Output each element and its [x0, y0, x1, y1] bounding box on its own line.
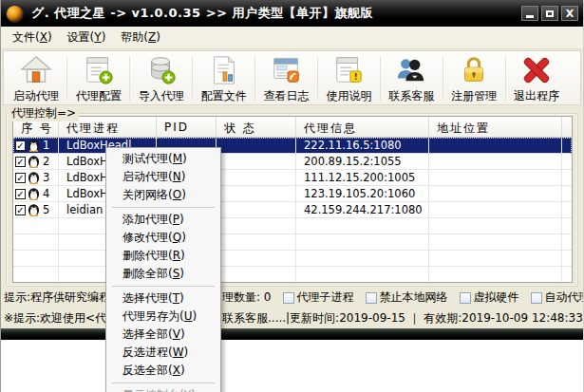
context-menu-item-选择全部[interactable]: 选择全部(V): [106, 326, 220, 344]
context-menu-item-反选全部[interactable]: 反选全部(X): [106, 362, 220, 380]
view-log-button[interactable]: 查看日志: [258, 52, 315, 105]
cell-spacer: [562, 154, 572, 169]
row-checkbox[interactable]: ✓: [15, 140, 26, 151]
maximize-button[interactable]: [541, 6, 558, 21]
close-button[interactable]: X: [561, 6, 578, 21]
header-status[interactable]: 状 态: [217, 117, 296, 137]
license-text: 联系客服.....|更新时间:2019-09-15 ｜ 有效期:2019-10-…: [222, 310, 583, 327]
option-checkbox-虚拟硬件[interactable]: 虚拟硬件: [460, 289, 519, 306]
proxy-table: 序 号 代理进程 PID 状 态 代理信息 地址位置 ✓1LdBoxHeadl2…: [12, 116, 573, 283]
row-checkbox[interactable]: ✓: [15, 189, 26, 199]
checkbox-icon[interactable]: [460, 292, 471, 304]
option-checkbox-禁止本地网络[interactable]: 禁止本地网络: [366, 289, 448, 306]
context-menu-item-反选进程[interactable]: 反选进程(W): [106, 344, 220, 362]
menu-help[interactable]: 帮助(Z): [113, 27, 168, 48]
exit-button[interactable]: 退出程序: [508, 52, 565, 105]
checkbox-icon[interactable]: [531, 292, 542, 304]
row-number: 5: [43, 203, 49, 216]
proxy-config-button[interactable]: 代理配置: [70, 52, 127, 105]
cell-spacer: [562, 202, 572, 217]
exit-x-icon: [520, 54, 553, 86]
header-location[interactable]: 地址位置: [429, 117, 562, 137]
header-pid[interactable]: PID: [157, 117, 217, 137]
table-row[interactable]: ✓5leidian42.159.244.217:1080: [13, 202, 572, 218]
row-number: 2: [43, 155, 49, 168]
empty-cell: [562, 234, 572, 250]
empty-cell: [217, 234, 296, 250]
config-file-button[interactable]: 配置文件: [196, 52, 253, 105]
empty-cell: [296, 218, 429, 233]
context-menu-item-显示控制台[interactable]: 显示控制台(Y): [106, 386, 220, 392]
checkbox-label: 代理子进程: [297, 289, 354, 306]
table-row[interactable]: ✓1LdBoxHeadl222.11.16.5:1080: [13, 138, 572, 154]
penguin-icon: [28, 139, 41, 152]
checkbox-icon[interactable]: [283, 292, 294, 304]
option-checkbox-自动代理[interactable]: 自动代理: [531, 289, 584, 306]
row-checkbox[interactable]: ✓: [15, 205, 26, 215]
empty-cell: [562, 218, 572, 233]
row-number: 3: [43, 171, 49, 184]
app-window: グ. 代理之星 -> v1.0.0.35 >> 用户类型【单开】旗舰版 X 文件…: [0, 0, 584, 392]
cell-status: [217, 138, 296, 153]
row-checkbox[interactable]: ✓: [15, 157, 26, 167]
cell-spacer: [562, 170, 572, 185]
import-proxy-button[interactable]: 导入代理: [133, 52, 190, 105]
option-checkbox-代理子进程[interactable]: 代理子进程: [283, 289, 354, 306]
window-title: グ. 代理之星 -> v1.0.0.35 >> 用户类型【单开】旗舰版: [31, 5, 516, 22]
menubar: 文件(X) 设置(Y) 帮助(Z): [1, 27, 583, 49]
penguin-icon: [28, 187, 41, 200]
document-plus-icon: [83, 54, 115, 86]
toolbar-separator: [254, 57, 255, 101]
checkbox-icon[interactable]: [366, 292, 377, 304]
menu-settings[interactable]: 设置(Y): [60, 27, 114, 48]
register-button[interactable]: 注册管理: [445, 52, 502, 105]
empty-cell: [429, 218, 562, 233]
toolbar-separator: [443, 57, 443, 101]
checkbox-label: 禁止本地网络: [380, 289, 448, 306]
table-row[interactable]: ✓4LdBoxHe123.19.105.20:1060: [13, 186, 572, 202]
header-spacer: [562, 117, 572, 137]
cell-proxy-info: 200.89.15.2:1055: [296, 154, 429, 169]
minimize-icon: [526, 15, 534, 18]
context-menu-item-修改代理[interactable]: 修改代理(Q): [106, 229, 220, 247]
context-menu-item-代理另存为[interactable]: 代理另存为(U): [106, 308, 220, 326]
row-checkbox[interactable]: ✓: [15, 173, 26, 183]
menu-separator: [112, 383, 215, 383]
penguin-icon: [28, 155, 41, 168]
penguin-icon: [28, 171, 41, 184]
close-icon: X: [566, 9, 574, 19]
toolbar: 启动代理 代理配置 导入代理 配置文件 查看日志 ! 使用说明: [3, 50, 581, 105]
empty-cell: [217, 218, 296, 233]
group-label: 代理控制=>: [9, 105, 79, 121]
header-proxy-info[interactable]: 代理信息: [296, 117, 429, 137]
minimize-button[interactable]: [521, 6, 538, 21]
manual-button[interactable]: ! 使用说明: [320, 52, 377, 105]
table-header: 序 号 代理进程 PID 状 态 代理信息 地址位置: [13, 117, 572, 138]
context-menu-item-添加代理[interactable]: 添加代理(P): [106, 211, 220, 229]
empty-cell: [296, 251, 429, 266]
menu-file[interactable]: 文件(X): [5, 27, 60, 48]
app-logo-icon: [6, 5, 24, 23]
maximize-icon: [546, 10, 554, 17]
cell-location: [429, 186, 562, 201]
contact-support-button[interactable]: 联系客服: [383, 52, 440, 105]
document-chart-icon: [208, 54, 240, 86]
support-contacts-icon: [395, 54, 427, 86]
context-menu-item-选择代理[interactable]: 选择代理(T): [106, 289, 220, 308]
context-menu-item-删除代理[interactable]: 删除代理(R): [106, 247, 220, 265]
context-menu-item-关闭网络[interactable]: 关闭网络(O): [106, 186, 220, 204]
empty-table-row: [13, 251, 572, 267]
start-proxy-button[interactable]: 启动代理: [8, 52, 65, 105]
empty-table-row: [13, 267, 572, 283]
hint-text: 提示:程序供研究编程: [4, 289, 110, 306]
context-menu-item-删除全部[interactable]: 删除全部(S): [106, 265, 220, 283]
table-row[interactable]: ✓3LdBoxHe111.12.15.200:1005: [13, 170, 572, 186]
manual-warning-icon: !: [332, 54, 365, 86]
context-menu-item-测试代理[interactable]: 测试代理(M): [106, 150, 220, 168]
empty-cell: [296, 267, 429, 282]
table-row[interactable]: ✓2LdBoxHe200.89.15.2:1055: [13, 154, 572, 170]
toolbar-separator: [66, 57, 67, 101]
context-menu-item-启动代理[interactable]: 启动代理(N): [106, 168, 220, 186]
row-number: 1: [43, 139, 49, 152]
empty-cell: [296, 234, 429, 250]
